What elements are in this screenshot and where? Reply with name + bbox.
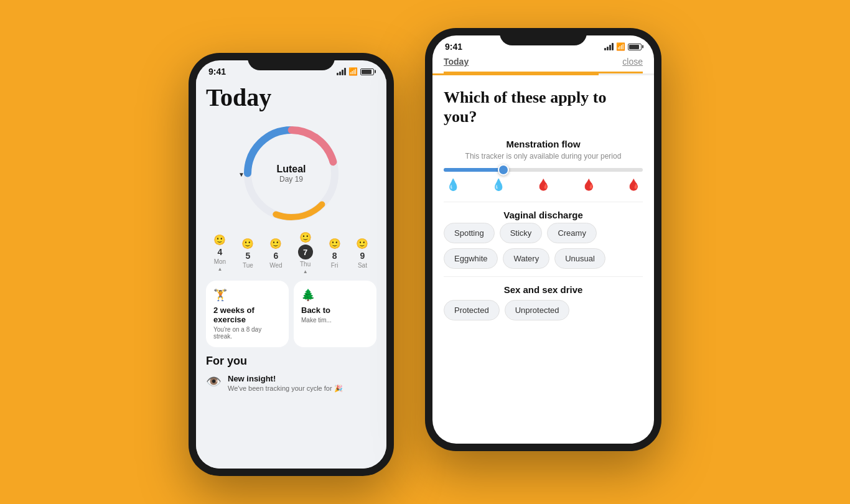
phone2-screen: 9:41 📶 Today bbox=[432, 35, 654, 444]
today-title: Today bbox=[206, 83, 376, 112]
phone1-time: 9:41 bbox=[208, 67, 226, 77]
tag-protected[interactable]: Protected bbox=[444, 300, 500, 320]
sex-tags-row1: Protected Unprotected bbox=[444, 300, 643, 320]
tag-spotting[interactable]: Spotting bbox=[444, 223, 495, 243]
sex-section: Sex and sex drive Protected Unprotected bbox=[444, 284, 643, 320]
cycle-ring-container: ▼ Luteal Day 19 bbox=[206, 121, 376, 226]
cycle-center-text: Luteal Day 19 bbox=[276, 164, 306, 184]
nav-close-button[interactable]: close bbox=[622, 57, 643, 67]
exercise-icon: 🏋️ bbox=[213, 288, 281, 302]
tag-sticky[interactable]: Sticky bbox=[500, 223, 543, 243]
phone1-notch bbox=[248, 53, 335, 70]
phone2-wifi-icon: 📶 bbox=[616, 42, 625, 51]
tag-eggwhite[interactable]: Eggwhite bbox=[444, 248, 498, 269]
day-item-tue: 🙂 5 Tue bbox=[241, 238, 254, 269]
phone1-signal-icon bbox=[337, 68, 346, 75]
cycle-phase: Luteal bbox=[276, 164, 306, 175]
drop-3-icon: 🩸 bbox=[536, 178, 550, 192]
discharge-tags-row2: Eggwhite Watery Unusual bbox=[444, 248, 643, 269]
phone1-frame: 9:41 📶 Today bbox=[189, 53, 394, 476]
phone2-signal-icon bbox=[604, 43, 614, 50]
nature-title: Back to bbox=[301, 306, 369, 315]
discharge-section: Vaginal discharge Spotting Sticky Creamy… bbox=[444, 210, 643, 269]
slider-thumb[interactable] bbox=[498, 164, 509, 175]
day-strip: 🙂 4 Mon ▲ 🙂 5 Tue 🙂 6 Wed bbox=[206, 231, 376, 274]
exercise-sub: You're on a 8 day streak. bbox=[213, 326, 281, 340]
day-item-fri: 🙂 8 Fri bbox=[329, 238, 341, 269]
nature-card[interactable]: 🌲 Back to Make tim... bbox=[294, 281, 376, 347]
phones-container: 9:41 📶 Today bbox=[189, 28, 661, 476]
tag-creamy[interactable]: Creamy bbox=[547, 223, 597, 243]
discharge-tags-row1: Spotting Sticky Creamy bbox=[444, 223, 643, 243]
day-item-sat: 🙂 9 Sat bbox=[356, 238, 368, 269]
insight-eye-icon: 👁️ bbox=[206, 374, 222, 389]
menstruation-section-subtitle: This tracker is only available during yo… bbox=[444, 152, 643, 161]
day-item-mon: 🙂 4 Mon ▲ bbox=[213, 234, 226, 272]
nature-sub: Make tim... bbox=[301, 317, 369, 324]
drop-4-icon: 🩸 bbox=[582, 178, 595, 192]
drop-5-icon: 🩸 bbox=[627, 178, 640, 192]
flow-slider-container[interactable]: 💧 💧 🩸 🩸 🩸 bbox=[444, 168, 643, 192]
divider-2 bbox=[444, 276, 643, 277]
drop-icons-row: 💧 💧 🩸 🩸 🩸 bbox=[444, 178, 643, 192]
phone2-time: 9:41 bbox=[445, 42, 462, 52]
exercise-card[interactable]: 🏋️ 2 weeks of exercise You're on a 8 day… bbox=[206, 281, 289, 347]
phone1-status-icons: 📶 bbox=[337, 67, 374, 76]
day-item-thu[interactable]: 🙂 7 Thu ▲ bbox=[298, 231, 313, 274]
question-title: Which of these apply to you? bbox=[444, 88, 643, 126]
tag-unprotected[interactable]: Unprotected bbox=[505, 300, 570, 320]
day-item-wed: 🙂 6 Wed bbox=[269, 238, 282, 269]
progress-bar-track bbox=[432, 73, 654, 75]
insight-body: We've been tracking your cycle for 🎉 bbox=[228, 385, 343, 393]
exercise-title: 2 weeks of exercise bbox=[213, 306, 281, 324]
menstruation-section-title: Menstration flow bbox=[444, 139, 643, 149]
for-you-section: For you 👁️ New insight! We've been track… bbox=[206, 355, 376, 393]
phone1-wifi-icon: 📶 bbox=[348, 67, 358, 76]
cycle-day: Day 19 bbox=[276, 175, 306, 184]
drop-1-icon: 💧 bbox=[446, 178, 460, 192]
phone1-content: Today ▼ bbox=[196, 79, 386, 469]
discharge-section-title: Vaginal discharge bbox=[444, 210, 643, 220]
insight-title: New insight! bbox=[228, 374, 343, 383]
slider-fill bbox=[444, 168, 503, 172]
phone2-frame: 9:41 📶 Today bbox=[425, 28, 661, 451]
progress-bar-fill bbox=[432, 73, 599, 75]
phone1-screen: 9:41 📶 Today bbox=[196, 60, 386, 469]
nature-icon: 🌲 bbox=[301, 288, 369, 302]
divider-1 bbox=[444, 202, 643, 202]
phone2-status-icons: 📶 bbox=[604, 42, 642, 51]
insight-row: 👁️ New insight! We've been tracking your… bbox=[206, 374, 376, 393]
tag-watery[interactable]: Watery bbox=[503, 248, 549, 269]
tag-unusual[interactable]: Unusual bbox=[554, 248, 605, 269]
nav-today-label[interactable]: Today bbox=[444, 57, 469, 67]
cards-row: 🏋️ 2 weeks of exercise You're on a 8 day… bbox=[206, 281, 376, 347]
insight-text: New insight! We've been tracking your cy… bbox=[228, 374, 343, 393]
phone2-battery-icon bbox=[628, 44, 642, 50]
sex-section-title: Sex and sex drive bbox=[444, 284, 643, 295]
drop-2-icon: 💧 bbox=[492, 178, 505, 192]
for-you-title: For you bbox=[206, 355, 376, 368]
phone1-battery-icon bbox=[360, 68, 374, 75]
slider-track[interactable] bbox=[444, 168, 643, 172]
phone2-notch bbox=[500, 28, 587, 45]
top-nav: Today close bbox=[444, 54, 643, 73]
phone2-content: Today close Which of these apply to you?… bbox=[432, 54, 654, 444]
